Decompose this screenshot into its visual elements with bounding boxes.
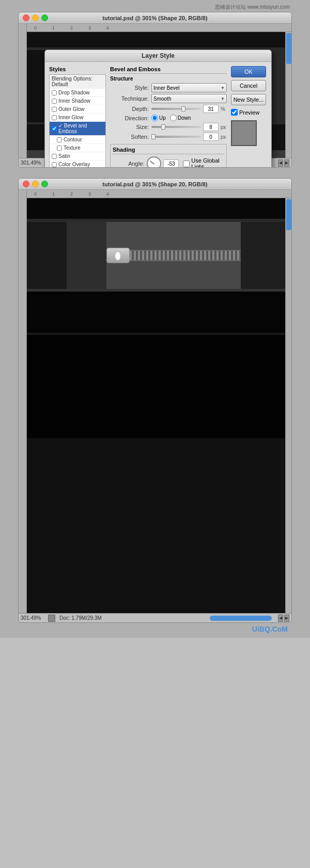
ok-button[interactable]: OK — [231, 66, 266, 77]
zoom-level-2: 301.49% — [21, 615, 44, 621]
depth-row: Depth: % — [110, 105, 227, 113]
maximize-button[interactable] — [41, 14, 48, 21]
scrollbar-right[interactable] — [285, 32, 291, 158]
styles-panel: Styles Blending Options: Default Drop Sh… — [49, 66, 106, 168]
direction-label: Direction: — [110, 115, 151, 121]
soften-input[interactable] — [203, 133, 219, 141]
soften-slider[interactable] — [151, 136, 201, 138]
preview-checkbox-row: Preview — [231, 109, 267, 116]
style-select[interactable]: Inner Bevel ▼ — [151, 83, 227, 92]
nav-arrows-1: ◀ ▶ — [278, 159, 289, 167]
window-controls[interactable] — [23, 14, 48, 21]
ruler-horizontal-2: 0 1 2 3 4 — [19, 190, 291, 198]
watermark-top: 思绪设计论坛 www.missyun.com — [18, 3, 292, 12]
technique-value: Smooth — [153, 96, 171, 102]
depth-slider[interactable] — [151, 108, 201, 110]
prev-arrow[interactable]: ◀ — [278, 159, 283, 167]
dialog-buttons: OK Cancel New Style... Preview — [231, 66, 267, 168]
next-arrow-2[interactable]: ▶ — [284, 615, 289, 622]
canvas-content-2 — [27, 198, 285, 613]
maximize-button-2[interactable] — [41, 181, 48, 187]
technique-select[interactable]: Smooth ▼ — [151, 94, 227, 103]
depth-slider-thumb[interactable] — [181, 106, 185, 111]
titlebar-1: tutorial.psd @ 301% (Shape 20, RGB/8) — [19, 12, 291, 24]
dial-line — [150, 161, 155, 165]
global-light-label: Use Global Light — [191, 157, 224, 168]
angle-input[interactable] — [163, 159, 179, 168]
window-controls-2[interactable] — [23, 181, 48, 187]
progress-bar-2 — [210, 616, 272, 621]
angle-label: Angle: — [113, 160, 147, 167]
titlebar-2: tutorial.psd @ 301% (Shape 20, RGB/8) — [19, 179, 291, 190]
size-slider-row: px — [151, 123, 227, 131]
ruler-vertical-2 — [19, 190, 27, 613]
structure-title: Structure — [110, 76, 227, 82]
size-row: Size: px — [110, 123, 227, 131]
window-title-1: tutorial.psd @ 301% (Shape 20, RGB/8) — [23, 15, 287, 21]
canvas2-left — [27, 222, 67, 289]
angle-row: Angle: Use Global Light — [113, 156, 224, 168]
styles-list[interactable]: Blending Options: Default Drop Shadow In… — [49, 74, 106, 168]
soften-slider-thumb[interactable] — [151, 134, 156, 139]
styles-item-inner-glow[interactable]: Inner Glow — [50, 114, 105, 122]
size-slider[interactable] — [151, 126, 201, 128]
styles-item-satin[interactable]: Satin — [50, 152, 105, 160]
styles-panel-title: Styles — [49, 66, 106, 72]
direction-down[interactable]: Down — [170, 115, 191, 121]
preview-checkbox[interactable] — [231, 109, 238, 116]
prev-arrow-2[interactable]: ◀ — [278, 615, 283, 622]
soften-slider-row: px — [151, 133, 227, 141]
close-button[interactable] — [23, 14, 29, 21]
styles-item-blending[interactable]: Blending Options: Default — [50, 75, 105, 89]
angle-control — [147, 156, 179, 168]
angle-dial[interactable] — [147, 156, 161, 168]
size-slider-thumb[interactable] — [161, 124, 165, 130]
ruler-horizontal: 0 1 2 3 4 — [19, 24, 291, 32]
cancel-button[interactable]: Cancel — [231, 80, 266, 91]
size-input[interactable] — [203, 123, 219, 131]
scrollbar-thumb-2[interactable] — [286, 199, 291, 230]
minimize-button-2[interactable] — [32, 181, 39, 187]
styles-item-outer-glow[interactable]: Outer Glow — [50, 105, 105, 114]
photoshop-window-2: tutorial.psd @ 301% (Shape 20, RGB/8) 0 … — [18, 178, 292, 623]
close-button-2[interactable] — [23, 181, 29, 187]
styles-item-color-overlay[interactable]: Color Overlay — [50, 160, 105, 168]
minimize-button[interactable] — [32, 14, 39, 21]
global-light-row: Use Global Light — [183, 157, 224, 168]
canvas2-lower1 — [27, 292, 285, 333]
layer-style-dialog: Layer Style Styles Blending Options: Def… — [44, 50, 272, 168]
chevron-down-icon: ▼ — [221, 86, 225, 90]
depth-label: Depth: — [110, 106, 151, 112]
styles-item-inner-shadow[interactable]: Inner Shadow — [50, 97, 105, 105]
next-arrow[interactable]: ▶ — [284, 159, 289, 167]
global-light-checkbox[interactable] — [183, 160, 190, 167]
size-label: Size: — [110, 124, 151, 130]
new-style-button[interactable]: New Style... — [231, 94, 266, 105]
canvas2-right — [241, 222, 285, 289]
styles-item-drop-shadow[interactable]: Drop Shadow — [50, 89, 105, 97]
canvas2-mid-left — [67, 222, 106, 289]
canvas2-mid — [27, 222, 285, 289]
depth-input[interactable] — [203, 105, 219, 113]
status-icon-2 — [48, 615, 55, 622]
dialog-title: Layer Style — [45, 50, 271, 62]
soften-row: Soften: px — [110, 133, 227, 141]
window-title-2: tutorial.psd @ 301% (Shape 20, RGB/8) — [23, 181, 287, 187]
technique-row: Technique: Smooth ▼ — [110, 94, 227, 103]
settings-panel: Bevel and Emboss Structure Style: Inner … — [110, 66, 227, 168]
soften-unit: px — [221, 134, 227, 140]
shading-section: Shading Angle: — [110, 144, 227, 168]
zipper-pull-2 — [106, 248, 130, 263]
direction-up[interactable]: Up — [151, 115, 166, 121]
styles-item-bevel-emboss[interactable]: ✓ Bevel and Emboss — [50, 122, 105, 136]
depth-unit: % — [221, 106, 227, 112]
scrollbar-thumb[interactable] — [286, 33, 291, 64]
direction-radio-group: Up Down — [151, 115, 191, 121]
styles-item-contour[interactable]: Contour — [50, 136, 105, 144]
depth-slider-row: % — [151, 105, 227, 113]
section-gap — [18, 168, 292, 178]
size-unit: px — [221, 124, 227, 130]
scrollbar-right-2[interactable] — [285, 198, 291, 613]
styles-item-texture[interactable]: Texture — [50, 144, 105, 152]
ruler-vertical — [19, 24, 27, 158]
